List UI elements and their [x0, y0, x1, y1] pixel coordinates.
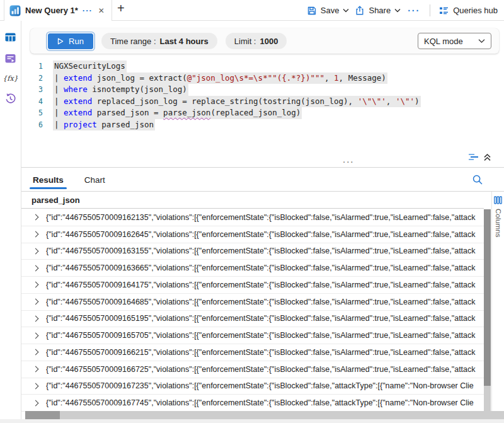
app-window: New Query 1* ··· ✕ + Save [0, 0, 504, 423]
query-tab[interactable]: New Query 1* ··· ✕ [4, 0, 112, 21]
table-row[interactable]: {"id":"4467550570009162645","violations"… [21, 226, 484, 243]
collapse-editor-icon[interactable] [483, 153, 491, 161]
horizontal-scrollbar[interactable] [25, 411, 504, 419]
tab-close-icon[interactable]: ✕ [98, 6, 105, 15]
panel-splitter-handle[interactable]: ... [343, 154, 355, 165]
save-button[interactable]: Save [307, 6, 350, 16]
new-tab-button[interactable]: + [117, 1, 125, 16]
table-row[interactable]: {"id":"4467550570009167745","violations"… [21, 395, 484, 412]
row-json-text: {"id":"4467550570009163155","violations"… [46, 246, 476, 255]
expand-row-icon[interactable] [33, 248, 39, 254]
expand-row-icon[interactable] [33, 332, 39, 339]
table-row[interactable]: {"id":"4467550570009165195","violations"… [21, 311, 484, 328]
expand-row-icon[interactable] [33, 315, 39, 322]
kusto-query-icon [9, 5, 21, 16]
table-row[interactable]: {"id":"4467550570009165705","violations"… [21, 327, 484, 344]
functions-icon[interactable]: {fx} [3, 74, 18, 83]
code-text: | project parsed_json [53, 119, 155, 131]
time-range-label: Time range : [110, 37, 156, 46]
tab-bar: New Query 1* ··· ✕ + Save [0, 0, 504, 21]
save-label: Save [321, 6, 340, 15]
chevron-down-icon[interactable] [343, 8, 349, 13]
expand-row-icon[interactable] [33, 383, 39, 389]
line-number: 4 [21, 96, 43, 108]
table-row[interactable]: {"id":"4467550570009164685","violations"… [21, 294, 484, 311]
chevron-down-icon[interactable] [394, 8, 401, 13]
limit-label: Limit : [234, 37, 256, 46]
tables-icon[interactable] [4, 32, 16, 43]
code-text: | extend parsed_json = parse_json(replac… [53, 107, 302, 119]
left-rail: {fx} [0, 21, 21, 423]
tab-chart[interactable]: Chart [84, 175, 105, 191]
search-results-button[interactable] [472, 174, 483, 185]
run-label: Run [69, 37, 84, 46]
columns-side-panel[interactable]: Columns [491, 192, 504, 411]
code-line[interactable]: 3| where isnotempty(json_log) [21, 84, 481, 96]
results-tabs: Results Chart [21, 168, 504, 191]
tab-menu-icon[interactable]: ··· [83, 8, 93, 14]
table-row[interactable]: {"id":"4467550570009167235","violations"… [21, 378, 484, 395]
code-line[interactable]: 6| project parsed_json [21, 119, 481, 131]
table-row[interactable]: {"id":"4467550570009166215","violations"… [21, 344, 484, 361]
share-label: Share [369, 6, 391, 15]
vertical-scrollbar-thumb[interactable] [484, 209, 491, 386]
row-json-text: {"id":"4467550570009164175","violations"… [46, 281, 476, 289]
results-column-header[interactable]: parsed_json [21, 192, 484, 209]
expand-row-icon[interactable] [33, 366, 39, 373]
editor-tools [468, 153, 491, 161]
limit-picker[interactable]: Limit : 1000 [226, 33, 287, 49]
vertical-scrollbar[interactable] [484, 209, 491, 411]
divider [430, 4, 430, 16]
query-toolbar: Run Time range : Last 4 hours Limit : 10… [30, 28, 499, 54]
row-json-text: {"id":"4467550570009165195","violations"… [46, 314, 476, 323]
expand-row-icon[interactable] [33, 299, 39, 305]
table-row[interactable]: {"id":"4467550570009162135","violations"… [21, 209, 484, 226]
code-editor[interactable]: 1NGXSecurityLogs2| extend json_log = ext… [21, 61, 481, 130]
expand-row-icon[interactable] [33, 214, 39, 221]
save-icon [307, 6, 317, 16]
code-text: | where isnotempty(json_log) [53, 84, 188, 96]
expand-row-icon[interactable] [33, 400, 39, 406]
more-actions-button[interactable]: ··· [406, 8, 421, 13]
queries-hub-button[interactable]: Queries hub [438, 6, 498, 16]
line-number: 1 [21, 61, 43, 72]
row-json-text: {"id":"4467550570009163665","violations"… [46, 264, 476, 272]
share-icon [355, 6, 365, 16]
row-json-text: {"id":"4467550570009165705","violations"… [46, 331, 476, 340]
table-row[interactable]: {"id":"4467550570009163155","violations"… [21, 243, 484, 260]
play-icon [57, 38, 64, 45]
results-rows: {"id":"4467550570009162135","violations"… [21, 209, 484, 412]
code-lines: 1NGXSecurityLogs2| extend json_log = ext… [21, 61, 481, 130]
columns-icon [494, 196, 502, 204]
tab-results[interactable]: Results [33, 175, 64, 191]
line-number: 3 [21, 84, 43, 96]
table-row[interactable]: {"id":"4467550570009166725","violations"… [21, 361, 484, 378]
code-line[interactable]: 4| extend replaced_json_log = replace_st… [21, 96, 481, 108]
expand-row-icon[interactable] [33, 265, 39, 271]
code-line[interactable]: 1NGXSecurityLogs [21, 61, 481, 72]
table-row[interactable]: {"id":"4467550570009164175","violations"… [21, 277, 484, 294]
query-mode-value: KQL mode [424, 37, 463, 46]
expand-row-icon[interactable] [33, 231, 39, 238]
expand-row-icon[interactable] [33, 349, 39, 356]
time-range-value: Last 4 hours [160, 37, 209, 46]
share-button[interactable]: Share [355, 6, 401, 16]
code-text: | extend replaced_json_log = replace_str… [53, 96, 421, 108]
row-json-text: {"id":"4467550570009167745","violations"… [46, 398, 474, 407]
expand-row-icon[interactable] [33, 282, 39, 288]
table-row[interactable]: {"id":"4467550570009163665","violations"… [21, 260, 484, 277]
columns-panel-label: Columns [495, 209, 502, 237]
query-history-icon[interactable] [4, 93, 16, 105]
code-line[interactable]: 2| extend json_log = extract(@"json_log\… [21, 72, 481, 84]
horizontal-scrollbar-thumb[interactable] [25, 411, 60, 419]
query-mode-select[interactable]: KQL mode [418, 33, 491, 49]
code-text: | extend json_log = extract(@"json_log\s… [53, 72, 387, 84]
queries-hub-icon [438, 6, 449, 16]
saved-queries-icon[interactable] [4, 53, 16, 64]
query-log-icon[interactable] [468, 153, 479, 161]
time-range-picker[interactable]: Time range : Last 4 hours [101, 33, 217, 49]
line-number: 6 [21, 119, 43, 131]
tab-bar-actions: Save Share ··· [307, 0, 498, 21]
code-line[interactable]: 5| extend parsed_json = parse_json(repla… [21, 107, 481, 119]
run-button[interactable]: Run [48, 33, 93, 49]
